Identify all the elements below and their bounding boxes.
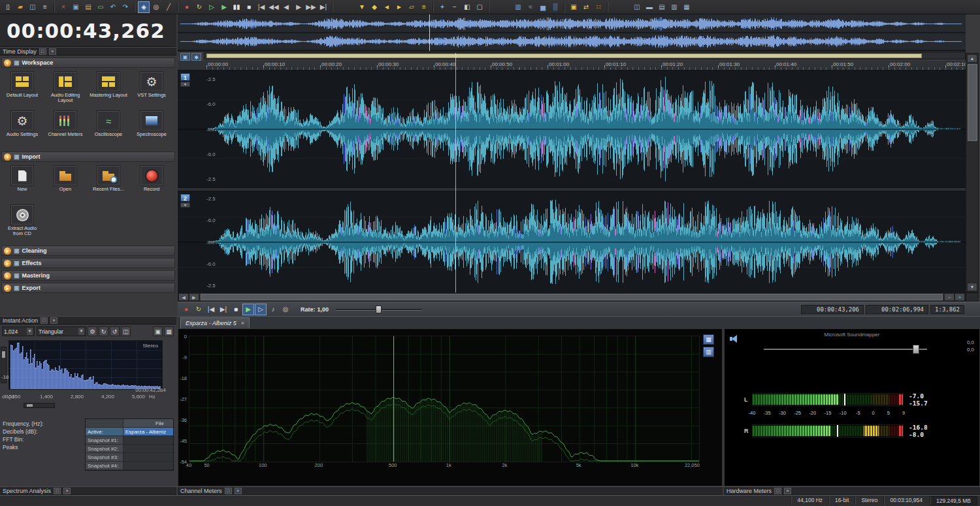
overview-waveform[interactable] [178,14,966,52]
lock-markers-button[interactable]: ▣ [568,1,580,13]
channel-1-button[interactable]: 1 [180,73,190,81]
horizontal-scrollbar-thumb[interactable] [201,294,943,300]
slider-thumb[interactable] [27,404,33,407]
hold-display-button[interactable]: ▣ [153,326,163,336]
float-window-icon[interactable]: □ [225,488,232,494]
workspace-item-mastering-layout[interactable]: Mastering Layout [88,70,129,109]
float-window-icon[interactable]: □ [54,488,61,494]
edit-sample-button[interactable]: ▱ [406,1,417,13]
go-to-end-button[interactable]: ▶| [318,1,329,13]
stop-button[interactable]: ■ [230,304,242,315]
scroll-right-icon[interactable]: ▶ [189,293,199,301]
trim-crop-button[interactable]: ▭ [95,1,106,13]
rewind-button[interactable]: ◀◀ [268,1,280,13]
workspace-item-recent-files[interactable]: Recent Files... [88,164,129,203]
copy-button[interactable]: ▣ [70,1,82,13]
section-header-workspace[interactable]: ▾▣Workspace [1,57,175,68]
snap-toggle-button[interactable]: ∷ [593,1,604,13]
drop-marker-button[interactable]: ▼ [356,1,368,13]
fast-forward-button[interactable]: ▶▶ [305,1,317,13]
magnify-tool-button[interactable]: ◎ [150,1,162,13]
channel-2-menu-icon[interactable]: ▾ [180,202,190,208]
workspace-item-record[interactable]: Record [131,164,172,203]
table-row[interactable]: Snapshot #2: [86,445,173,453]
table-row[interactable]: Active:Esparza - Albeniz [86,428,173,436]
meter-mode-button[interactable]: ▥ [703,347,714,357]
overview-scrollbar[interactable] [204,52,966,59]
gain-slider-thumb[interactable] [913,345,919,354]
float-window-icon[interactable]: □ [39,48,46,55]
float-window-icon[interactable]: □ [41,317,48,324]
workspace-view-a-button[interactable]: ▥ [668,1,680,13]
scroll-left-icon[interactable]: ◀ [178,293,189,301]
spectrum-graph[interactable] [8,340,163,390]
workspace-item-extract-audio-from-cd[interactable]: Extract Audio from CD [2,203,42,242]
workspace-item-spectroscope[interactable]: Spectroscope [131,109,172,148]
section-header-cleaning[interactable]: ▸▣Cleaning [1,245,175,256]
spectrum-horizontal-slider[interactable] [24,403,55,408]
workspace-item-new[interactable]: New [2,164,42,203]
play-button[interactable]: ▶ [242,304,254,315]
loop-playback-button[interactable]: ↻ [193,1,205,13]
section-header-import[interactable]: ▾▣Import [1,151,175,162]
close-window-icon[interactable]: × [63,488,71,494]
vertical-scrollbar-thumb[interactable] [968,64,977,141]
section-header-mastering[interactable]: ▸▣Mastering [1,270,175,281]
scrub-button[interactable]: ▷ [255,304,267,315]
pencil-tool-button[interactable]: ╱ [163,1,174,13]
open-file-button[interactable]: ▰ [14,1,26,13]
next-marker-button[interactable]: ► [393,1,405,13]
workspace-item-audio-editing-layout[interactable]: Audio Editing Layout [45,70,86,109]
file-properties-button[interactable]: ≡ [39,1,51,13]
record-button[interactable]: ● [180,304,192,315]
drop-region-button[interactable]: ◆ [368,1,380,13]
refresh-analysis-button[interactable]: ↻ [99,326,108,336]
zoom-selection-button[interactable]: ◧ [461,1,473,13]
previous-marker-button[interactable]: ◄ [381,1,393,13]
cut-button[interactable]: × [57,1,69,13]
tile-vertical-button[interactable]: ▬ [644,1,655,13]
close-window-icon[interactable]: × [235,488,242,494]
window-type-select[interactable]: Triangular▾ [37,326,86,336]
save-snapshot-button[interactable]: ◫ [121,326,131,336]
go-to-start-button[interactable]: |◀ [205,304,217,315]
tab-close-icon[interactable]: × [241,320,244,326]
redo-button[interactable]: ↷ [120,1,131,13]
undo-button[interactable]: ↶ [107,1,119,13]
workspace-item-channel-meters[interactable]: Channel Meters [45,109,86,148]
play-all-button[interactable]: ▷ [206,1,218,13]
oscilloscope-view-button[interactable]: ≈ [525,1,536,13]
step-forward-button[interactable]: ▶ [293,1,304,13]
workspace-item-vst-settings[interactable]: ⚙VST Settings [131,70,172,109]
go-to-end-button[interactable]: ▶| [218,304,229,315]
restore-zoom-button[interactable]: ↺ [110,326,120,336]
rate-slider[interactable] [336,305,421,314]
close-window-icon[interactable]: × [50,317,57,324]
workspace-item-audio-settings[interactable]: ⚙Audio Settings [2,109,42,148]
table-row[interactable]: Snapshot #4: [86,462,173,470]
table-row[interactable]: Snapshot #1: [86,436,173,445]
close-window-icon[interactable]: × [49,48,56,55]
slider-thumb[interactable] [2,351,5,358]
auto-ripple-button[interactable]: ⇄ [580,1,592,13]
edit-tool-button[interactable]: ◈ [138,1,150,13]
stop-button[interactable]: ■ [243,1,255,13]
save-file-button[interactable]: ◫ [27,1,39,13]
edit-sync-lock-button[interactable]: ▣ [180,53,190,61]
scroll-down-icon[interactable]: ▼ [967,283,977,291]
document-tab[interactable]: Esparza - Albeniz 5 × [180,317,250,328]
cascade-windows-button[interactable]: ▤ [656,1,668,13]
section-header-export[interactable]: ▸▣Export [1,283,175,293]
fft-size-select[interactable]: 1,024▾ [2,326,35,336]
snap-toggle-button[interactable]: ◆ [191,53,201,61]
meter-settings-button[interactable]: ▦ [703,334,714,345]
go-to-start-button[interactable]: |◀ [255,1,267,13]
grid-toggle-button[interactable]: ▦ [164,326,174,336]
sonogram-view-button[interactable]: ▒ [549,1,561,13]
zoom-out-icon[interactable]: − [944,293,955,301]
waveform-channel-2[interactable] [178,191,966,293]
level-meter-right[interactable] [752,424,904,437]
workspace-item-default-layout[interactable]: Default Layout [2,70,42,109]
rate-slider-thumb[interactable] [376,306,382,313]
zoom-in-icon[interactable]: + [955,293,965,301]
